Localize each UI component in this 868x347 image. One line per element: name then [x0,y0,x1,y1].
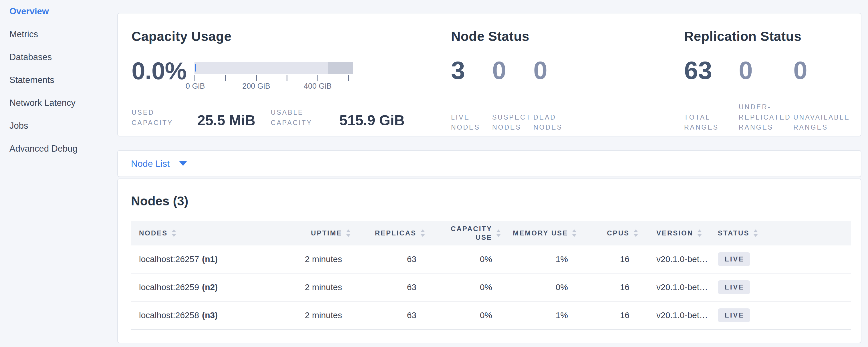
capacity-use-cell: 0% [429,246,505,273]
memory-use-cell: 1% [505,246,581,273]
memory-use-cell: 1% [505,302,581,329]
node-id: (n1) [202,254,218,264]
uptime-cell: 2 minutes [282,274,354,301]
capacity-gauge-axis [194,74,353,81]
column-header-status[interactable]: STATUS [712,221,851,246]
replication-status-title: Replication Status [684,29,860,44]
usable-capacity-label: USABLE CAPACITY [271,107,331,128]
sidebar-item-advanced-debug[interactable]: Advanced Debug [0,137,117,160]
nodes-table-header: NODES UPTIME REPLICAS CAPACITY USE MEMOR… [131,221,851,246]
sort-icon [753,229,758,237]
used-capacity-value: 25.5 MiB [197,113,255,128]
dead-nodes-label: DEAD NODES [533,113,569,133]
nodes-table: NODES UPTIME REPLICAS CAPACITY USE MEMOR… [131,221,851,329]
cluster-overview-page: Overview Metrics Databases Statements Ne… [0,0,868,347]
status-badge: LIVE [718,252,750,266]
version-cell: v20.1.0-bet… [642,246,712,273]
column-header-cpus[interactable]: CPUS [581,221,642,246]
sort-icon [421,229,425,237]
cpus-cell: 16 [581,274,642,301]
cluster-summary-card: Capacity Usage 0.0% [117,13,861,136]
column-header-uptime[interactable]: UPTIME [282,221,354,246]
node-address-link[interactable]: localhost:26259 [139,282,199,292]
table-row-node-2: localhost:26259 (n2) 2 minutes 63 0% 0% … [131,274,851,302]
suspect-nodes-stat: 0 SUSPECT NODES [492,58,533,133]
view-selector-card: Node List [117,150,861,177]
sort-icon [172,229,176,237]
live-nodes-label: LIVE NODES [451,113,487,133]
chevron-down-icon [179,161,187,166]
under-replicated-ranges-count: 0 [739,58,793,83]
sidebar-item-statements[interactable]: Statements [0,69,117,92]
version-cell: v20.1.0-bet… [642,274,712,301]
status-badge: LIVE [718,308,750,322]
under-replicated-ranges-label: UNDER-REPLICATED RANGES [739,102,790,133]
sidebar-item-overview[interactable]: Overview [0,0,117,23]
capacity-used-percent: 0.0% [131,58,186,92]
node-address-link[interactable]: localhost:26258 [139,310,199,320]
unavailable-ranges-count: 0 [793,58,848,83]
suspect-nodes-count: 0 [492,58,533,83]
sidebar-item-databases[interactable]: Databases [0,46,117,69]
node-list-dropdown[interactable]: Node List [131,158,187,169]
capacity-use-cell: 0% [429,274,505,301]
table-row-node-3: localhost:26258 (n3) 2 minutes 63 0% 1% … [131,302,851,329]
node-address-link[interactable]: localhost:26257 [139,254,199,264]
sort-icon [346,229,351,237]
total-ranges-stat: 63 TOTAL RANGES [684,58,739,133]
uptime-cell: 2 minutes [282,246,354,273]
capacity-usage-section: Capacity Usage 0.0% [118,13,437,136]
sort-icon [496,229,501,237]
used-capacity-label: USED CAPACITY [131,107,189,128]
sidebar-item-network-latency[interactable]: Network Latency [0,92,117,115]
sidebar: Overview Metrics Databases Statements Ne… [0,0,117,347]
total-ranges-count: 63 [684,58,739,83]
node-id: (n3) [202,310,218,320]
node-status-section: Node Status 3 LIVE NODES 0 SUSPECT NODES… [437,13,671,136]
column-header-nodes[interactable]: NODES [131,221,282,246]
nodes-table-card: Nodes (3) NODES UPTIME REPLICAS CAPACITY… [117,179,861,343]
column-header-memory-use[interactable]: MEMORY USE [505,221,581,246]
cpus-cell: 16 [581,246,642,273]
used-capacity-stat: USED CAPACITY 25.5 MiB [131,107,255,128]
unavailable-ranges-stat: 0 UNAVAILABLE RANGES [793,58,848,133]
sort-icon [572,229,577,237]
live-nodes-stat: 3 LIVE NODES [451,58,492,133]
capacity-gauge-used-marker [195,64,196,71]
nodes-table-title: Nodes (3) [131,194,861,208]
total-ranges-label: TOTAL RANGES [684,113,736,133]
sort-icon [633,229,638,237]
memory-use-cell: 0% [505,274,581,301]
sort-icon [697,229,702,237]
sidebar-item-metrics[interactable]: Metrics [0,23,117,46]
node-id: (n2) [202,282,218,292]
version-cell: v20.1.0-bet… [642,302,712,329]
capacity-gauge-other-segment [328,62,353,74]
replication-status-section: Replication Status 63 TOTAL RANGES 0 UND… [671,13,860,136]
sidebar-item-jobs[interactable]: Jobs [0,115,117,137]
column-header-capacity-use[interactable]: CAPACITY USE [429,221,505,246]
node-list-dropdown-label: Node List [131,158,169,169]
status-badge: LIVE [718,280,750,294]
capacity-usage-title: Capacity Usage [131,29,437,44]
table-row-node-1: localhost:26257 (n1) 2 minutes 63 0% 1% … [131,246,851,274]
replicas-cell: 63 [354,302,429,329]
axis-label-400gib: 400 GiB [304,82,332,91]
axis-label-200gib: 200 GiB [242,82,270,91]
column-header-replicas[interactable]: REPLICAS [354,221,429,246]
usable-capacity-value: 515.9 GiB [339,113,405,128]
capacity-use-cell: 0% [429,302,505,329]
node-status-title: Node Status [451,29,671,44]
live-nodes-count: 3 [451,58,492,83]
uptime-cell: 2 minutes [282,302,354,329]
capacity-gauge: 0 GiB 200 GiB 400 GiB [194,62,353,92]
usable-capacity-stat: USABLE CAPACITY 515.9 GiB [271,107,405,128]
replicas-cell: 63 [354,246,429,273]
axis-label-0gib: 0 GiB [186,82,205,91]
cpus-cell: 16 [581,302,642,329]
unavailable-ranges-label: UNAVAILABLE RANGES [793,113,845,133]
column-header-version[interactable]: VERSION [642,221,712,246]
dead-nodes-stat: 0 DEAD NODES [533,58,575,133]
under-replicated-ranges-stat: 0 UNDER-REPLICATED RANGES [739,58,793,133]
capacity-gauge-bar [194,62,353,74]
